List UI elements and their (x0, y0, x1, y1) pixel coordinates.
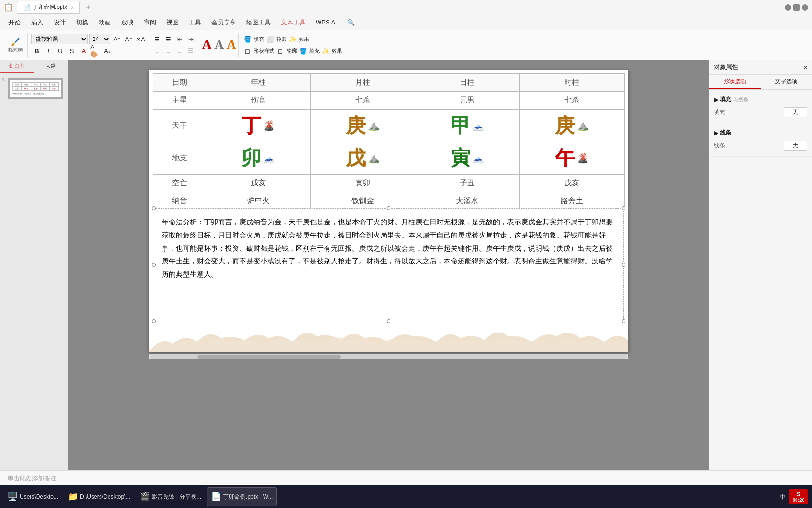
tab-text-options[interactable]: 文字选项 (761, 75, 812, 89)
tab-shape-options[interactable]: 形状选项 (709, 75, 761, 89)
font-size-select[interactable]: 24 (89, 34, 110, 44)
handle-tr[interactable] (622, 206, 625, 210)
strikethrough-btn[interactable]: S (67, 46, 77, 56)
font-name-select[interactable]: 微软雅黑 (31, 34, 88, 44)
scrollbar-thumb[interactable] (197, 355, 341, 359)
increase-indent-btn[interactable]: ⇥ (186, 34, 196, 44)
list-group: ☰ ☰ ⇤ ⇥ ≡ ≡ ≡ ☰ (150, 33, 198, 57)
dizhi-hour-emoji: 🌋 (577, 153, 589, 163)
taskbar-item-explorer[interactable]: 📁 D:\Users\Desktop\... (64, 487, 134, 506)
menu-review[interactable]: 审阅 (139, 16, 161, 29)
toolbar: 🖌️ 格式刷 微软雅黑 24 A⁺ A⁻ ✕A B I U S A (0, 30, 812, 60)
align-center-btn[interactable]: ≡ (163, 46, 173, 56)
shape-style-btn[interactable]: ◻ (242, 46, 253, 56)
menu-wps-ai[interactable]: WPS AI (311, 17, 342, 28)
font-color-btn[interactable]: A (78, 46, 89, 56)
line-value[interactable]: 无 (784, 141, 807, 151)
wps-time: 00:26 (792, 498, 804, 503)
properties-close-btn[interactable]: × (804, 64, 807, 71)
fill-section-title[interactable]: ▶ 填充 与线条 (714, 94, 807, 105)
cell-nayin-label: 纳音 (153, 192, 206, 210)
fill-value[interactable]: 无 (784, 107, 807, 117)
panel-tab-slides[interactable]: 幻灯片 (0, 60, 34, 73)
new-tab-btn[interactable]: + (86, 2, 91, 12)
menu-vip[interactable]: 会员专享 (207, 16, 241, 29)
menu-search[interactable]: 🔍 (343, 17, 359, 28)
number-list-btn[interactable]: ☰ (163, 34, 173, 44)
line-value-row: 线条 无 (714, 139, 807, 152)
tab-close-btn[interactable]: × (71, 5, 74, 10)
text-style-shadow-a[interactable]: A (214, 37, 224, 52)
fill-label: 填充 (720, 95, 731, 103)
font-size-increase-btn[interactable]: A⁺ (112, 34, 122, 44)
underline-btn[interactable]: U (55, 46, 65, 56)
cell-main-star-hour: 七杀 (520, 92, 624, 110)
tiangan-year-emoji: 🌋 (263, 120, 275, 131)
horizontal-scrollbar[interactable] (149, 354, 628, 359)
font-bg-btn[interactable]: A🎨 (90, 46, 101, 56)
menu-tools[interactable]: 工具 (184, 16, 206, 29)
font-shadow-btn[interactable]: Aₛ (102, 46, 112, 56)
format-brush-btn[interactable]: 🖌️ 格式刷 (6, 36, 25, 54)
align-justify-btn[interactable]: ☰ (186, 46, 196, 56)
menu-start[interactable]: 开始 (4, 16, 25, 29)
slide-panel: 幻灯片 大纲 1 日期 年柱 月柱 日柱 时柱 主星 伤官 (0, 60, 68, 470)
desktop-icon: 🖥️ (8, 492, 18, 502)
decrease-indent-btn[interactable]: ⇤ (174, 34, 185, 44)
main-area: 幻灯片 大纲 1 日期 年柱 月柱 日柱 时柱 主星 伤官 (0, 60, 812, 470)
table-row-tiangan: 天干 丁 🌋 庚 ⛰️ 甲 🗻 (153, 110, 624, 142)
slide-thumb-1[interactable]: 日期 年柱 月柱 日柱 时柱 主星 伤官 七杀 元男 七杀 年命法分析：丁卯而言… (8, 78, 63, 99)
slide-number-1: 1 (2, 77, 5, 82)
text-style-red-a[interactable]: A (202, 37, 211, 52)
menu-slideshow[interactable]: 放映 (117, 16, 138, 29)
canvas-area[interactable]: 日期 年柱 月柱 日柱 时柱 主星 伤官 七杀 元男 七杀 (68, 60, 709, 470)
shape-effect2-btn[interactable]: ✨ (320, 46, 331, 56)
wps-logo-text: S (796, 491, 801, 498)
menu-view[interactable]: 视图 (162, 16, 183, 29)
handle-mr[interactable] (622, 263, 625, 267)
menu-animation[interactable]: 动画 (94, 16, 116, 29)
active-tab[interactable]: 📄 丁卯命例.pptx × (17, 1, 80, 14)
clear-format-btn[interactable]: ✕A (135, 34, 146, 44)
window-minimize[interactable] (785, 4, 791, 11)
taskbar-item-wps[interactable]: 📄 丁卯命例.pptx - W... (207, 487, 277, 506)
taskbar-item-desktop[interactable]: 🖥️ Users\Deskto... (4, 487, 62, 506)
properties-title: 对象属性 (714, 63, 738, 71)
menu-text-tools[interactable]: 文本工具 (276, 16, 310, 29)
outline-btn[interactable]: ⬜ (265, 34, 275, 44)
dizhi-day-char: 寅 (451, 147, 470, 169)
handle-ml[interactable] (152, 263, 156, 267)
shape-outline-btn[interactable]: ◻ (275, 46, 286, 56)
bold-btn[interactable]: B (31, 46, 42, 56)
taskbar-item-desktop-label: Users\Deskto... (20, 493, 58, 500)
effect-btn[interactable]: ✨ (288, 34, 298, 44)
panel-tab-outline[interactable]: 大纲 (34, 60, 68, 73)
font-size-decrease-btn[interactable]: A⁻ (124, 34, 134, 44)
bullet-list-btn[interactable]: ☰ (152, 34, 162, 44)
shape-fill-btn[interactable]: 🪣 (298, 46, 308, 56)
handle-tl[interactable] (152, 206, 156, 210)
line-section-title[interactable]: ▶ 线条 (714, 127, 807, 139)
italic-btn[interactable]: I (43, 46, 54, 56)
cell-main-star-day: 元男 (415, 92, 519, 110)
menu-draw-tools[interactable]: 绘图工具 (242, 16, 275, 29)
line-section: ▶ 线条 线条 无 (709, 123, 812, 157)
analysis-textbox[interactable]: 年命法分析：丁卯而言，庚戊纳音为金，天干庚也是金，也是本命丁火的财。月柱庚在日时… (154, 208, 624, 321)
menu-insert[interactable]: 插入 (26, 16, 48, 29)
table-header-day: 日柱 (415, 74, 519, 92)
dizhi-day-emoji: 🗻 (472, 153, 484, 163)
menu-design[interactable]: 设计 (49, 16, 70, 29)
menu-transition[interactable]: 切换 (71, 16, 93, 29)
notes-placeholder[interactable]: 单击此处添加备注 (8, 474, 56, 483)
fill-btn[interactable]: 🪣 (242, 34, 253, 44)
window-close[interactable] (802, 4, 808, 11)
tab-label: 丁卯命例.pptx (32, 3, 67, 11)
window-maximize[interactable] (793, 4, 800, 11)
text-style-orange-a[interactable]: A (226, 37, 236, 52)
cell-kongwang-hour: 戌亥 (520, 175, 624, 192)
align-left-btn[interactable]: ≡ (152, 46, 162, 56)
taskbar-item-explorer-label: D:\Users\Desktop\... (80, 493, 130, 500)
taskbar-item-media[interactable]: 🎬 影音先锋 - 分享视... (136, 487, 205, 506)
handle-tm[interactable] (387, 206, 390, 210)
align-right-btn[interactable]: ≡ (174, 46, 185, 56)
